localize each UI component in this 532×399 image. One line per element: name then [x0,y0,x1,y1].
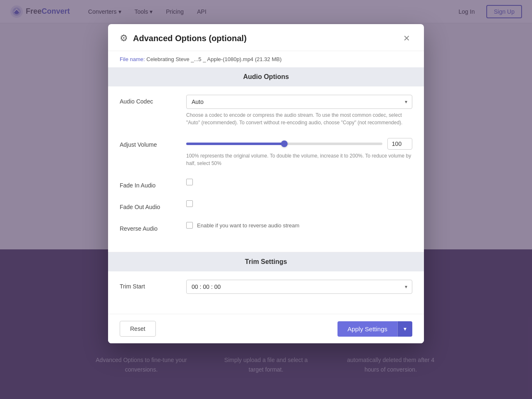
trim-start-row: Trim Start ▾ [120,280,412,294]
reverse-audio-checkbox[interactable] [186,222,193,229]
trim-start-input[interactable] [186,280,412,294]
audio-codec-control: Auto MP3 AAC OGG FLAC WAV Copy ▾ Choose … [186,95,412,126]
close-button[interactable]: ✕ [401,32,412,44]
trim-options-body: Trim Start ▾ [108,271,424,314]
fade-out-row: Fade Out Audio [120,200,412,210]
fade-out-control [186,200,412,207]
audio-codec-row: Audio Codec Auto MP3 AAC OGG FLAC WAV Co… [120,95,412,126]
reverse-audio-row: Reverse Audio Enable if you want to reve… [120,222,412,232]
volume-input[interactable] [387,138,412,150]
apply-settings-arrow-button[interactable]: ▾ [397,321,412,337]
audio-options-header: Audio Options [108,67,424,86]
audio-codec-select-wrapper: Auto MP3 AAC OGG FLAC WAV Copy ▾ [186,95,412,109]
trim-start-label: Trim Start [120,280,186,290]
modal-dialog: ⚙ Advanced Options (optional) ✕ File nam… [108,24,424,343]
chevron-down-icon: ▾ [404,325,406,332]
volume-slider-thumb[interactable] [281,140,288,147]
trim-start-control: ▾ [186,280,412,294]
adjust-volume-row: Adjust Volume 100% represents the origin… [120,138,412,167]
reverse-audio-control: Enable if you want to reverse audio stre… [186,222,412,229]
reverse-audio-checkbox-label: Enable if you want to reverse audio stre… [197,222,299,229]
file-label: File name: [120,56,145,62]
modal-header: ⚙ Advanced Options (optional) ✕ [108,24,424,51]
fade-out-label: Fade Out Audio [120,200,186,210]
file-info: File name: Celebrating Steve _...5 _ App… [108,51,424,67]
volume-hint: 100% represents the original volume. To … [186,152,412,167]
fade-in-checkbox-row [186,179,412,185]
trim-section: Trim Settings Trim Start ▾ [108,252,424,314]
volume-slider-fill [186,143,284,145]
modal-footer: Reset Apply Settings ▾ [108,314,424,343]
fade-in-label: Fade In Audio [120,179,186,189]
fade-in-control [186,179,412,185]
fade-out-checkbox-row [186,200,412,207]
fade-out-checkbox[interactable] [186,200,193,207]
trim-input-wrapper: ▾ [186,280,412,294]
reverse-audio-checkbox-row: Enable if you want to reverse audio stre… [186,222,412,229]
volume-slider-track[interactable] [186,143,382,145]
audio-options-body: Audio Codec Auto MP3 AAC OGG FLAC WAV Co… [108,86,424,252]
apply-button-group: Apply Settings ▾ [337,321,412,337]
reverse-audio-label: Reverse Audio [120,222,186,232]
fade-in-row: Fade In Audio [120,179,412,189]
modal-title: Advanced Options (optional) [133,34,246,43]
audio-codec-select[interactable]: Auto MP3 AAC OGG FLAC WAV Copy [186,95,412,109]
audio-codec-label: Audio Codec [120,95,186,105]
trim-settings-header: Trim Settings [108,252,424,271]
file-name: Celebrating Steve _...5 _ Apple-(1080p).… [146,56,281,62]
gear-icon: ⚙ [120,33,128,44]
reset-button[interactable]: Reset [120,321,156,337]
apply-settings-button[interactable]: Apply Settings [337,321,397,337]
modal-title-group: ⚙ Advanced Options (optional) [120,33,246,44]
fade-in-checkbox[interactable] [186,179,193,185]
adjust-volume-control: 100% represents the original volume. To … [186,138,412,167]
adjust-volume-label: Adjust Volume [120,138,186,148]
modal-scroll-area[interactable]: ⚙ Advanced Options (optional) ✕ File nam… [108,24,424,314]
volume-row [186,138,412,150]
audio-codec-hint: Choose a codec to encode or compress the… [186,111,412,126]
